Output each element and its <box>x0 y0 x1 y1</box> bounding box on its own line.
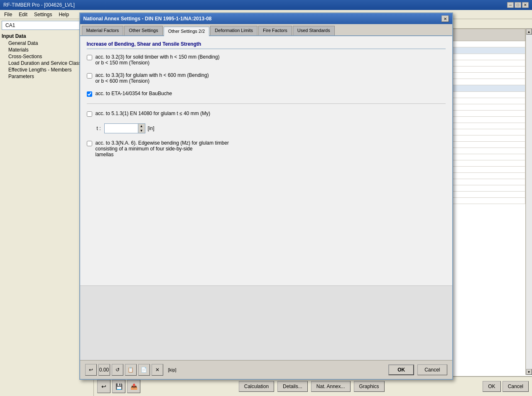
checkbox-5-label: acc. to 3.3(N.A. 6). Edgewise bending (M… <box>96 140 229 157</box>
empty-area <box>80 285 452 360</box>
checkbox-5[interactable] <box>87 141 92 146</box>
tab-other-settings-2[interactable]: Other Settings 2/2 <box>164 27 210 36</box>
checkbox-4[interactable] <box>87 111 92 117</box>
checkbox-1-label: acc. to 3.2(3) for solid timber with h <… <box>96 54 220 66</box>
spin-buttons: ▲ ▼ <box>138 124 145 133</box>
checkbox-1[interactable] <box>87 55 92 60</box>
dialog-footer-actions: OK Cancel <box>388 364 447 375</box>
t-label: t : <box>97 125 101 131</box>
footer-tool-close[interactable]: ✕ <box>152 364 163 376</box>
checkbox-2-label: acc. to 3.3(3) for glulam with h < 600 m… <box>96 72 209 84</box>
tab-fire-factors[interactable]: Fire Factors <box>258 26 292 35</box>
checkbox-row-4: acc. to 5.1.3(1) EN 14080 for glulam t ≤… <box>87 111 446 117</box>
separator <box>87 103 446 104</box>
dialog-ok-btn[interactable]: OK <box>388 364 414 375</box>
checkbox-row-3: acc. to ETA-14/0354 for BauBuche <box>87 91 446 97</box>
spin-up-btn[interactable]: ▲ <box>138 124 145 128</box>
checkbox-row-5: acc. to 3.3(N.A. 6). Edgewise bending (M… <box>87 140 446 157</box>
dialog-cancel-btn[interactable]: Cancel <box>417 364 447 375</box>
dialog-overlay: National Annex Settings - DIN EN 1995-1-… <box>0 0 532 396</box>
checkbox-3-label: acc. to ETA-14/0354 for BauBuche <box>96 91 172 96</box>
t-input[interactable] <box>105 124 138 133</box>
main-window: RF-TIMBER Pro - [004626_LVL] ─ □ ✕ File … <box>0 0 532 396</box>
footer-tool-copy2[interactable]: 📄 <box>138 364 150 376</box>
checkbox-3[interactable] <box>87 91 92 97</box>
footer-tool-decimal[interactable]: 0.00 <box>98 364 110 376</box>
checkbox-row-1: acc. to 3.2(3) for solid timber with h <… <box>87 54 446 66</box>
tab-other-settings[interactable]: Other Settings <box>124 26 162 35</box>
dialog-content: Increase of Bending, Shear and Tensile S… <box>80 36 452 285</box>
dialog-footer-tools: ↩ 0.00 ↺ 📋 📄 ✕ [kip] <box>85 364 177 376</box>
footer-tool-reset[interactable]: ↺ <box>112 364 123 376</box>
section-title: Increase of Bending, Shear and Tensile S… <box>87 41 446 49</box>
kip-label: [kip] <box>168 367 177 372</box>
checkbox-4-label: acc. to 5.1.3(1) EN 14080 for glulam t ≤… <box>96 111 211 116</box>
footer-tool-back[interactable]: ↩ <box>85 364 97 376</box>
dialog-title-bar: National Annex Settings - DIN EN 1995-1-… <box>80 13 452 24</box>
spin-down-btn[interactable]: ▼ <box>138 128 145 133</box>
t-unit: [in] <box>148 125 154 131</box>
tab-deformation-limits[interactable]: Deformation Limits <box>210 26 257 35</box>
t-input-wrap: ▲ ▼ <box>104 123 145 133</box>
footer-tool-copy1[interactable]: 📋 <box>125 364 137 376</box>
tab-material-factors[interactable]: Material Factors <box>82 26 124 35</box>
dialog-close-btn[interactable]: ✕ <box>441 15 449 22</box>
dialog-title: National Annex Settings - DIN EN 1995-1-… <box>83 16 212 22</box>
checkbox-2[interactable] <box>87 73 92 79</box>
input-row: t : ▲ ▼ [in] <box>87 123 446 133</box>
national-annex-dialog: National Annex Settings - DIN EN 1995-1-… <box>79 12 453 380</box>
dialog-footer: ↩ 0.00 ↺ 📋 📄 ✕ [kip] OK Cancel <box>80 360 452 379</box>
tab-used-standards[interactable]: Used Standards <box>293 26 335 35</box>
dialog-tabs: Material Factors Other Settings Other Se… <box>80 24 452 36</box>
checkbox-row-2: acc. to 3.3(3) for glulam with h < 600 m… <box>87 72 446 84</box>
